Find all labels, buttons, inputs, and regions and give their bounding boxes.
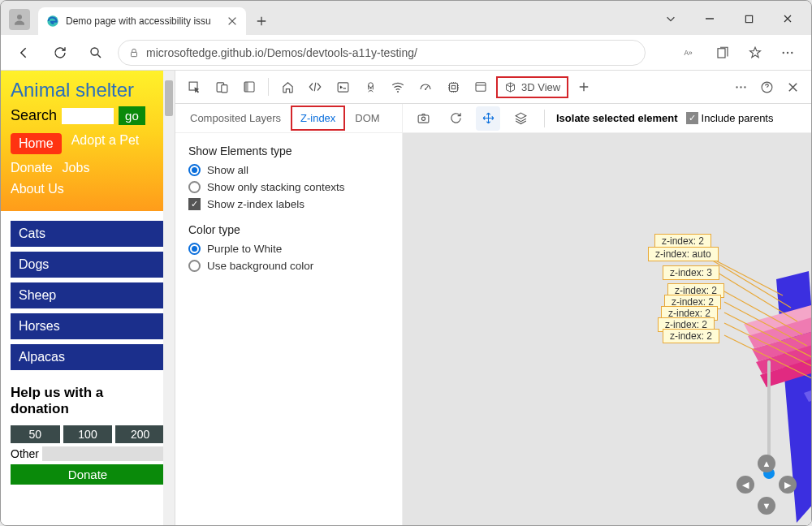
- nav-donate[interactable]: Donate: [11, 161, 53, 175]
- elements-icon[interactable]: [303, 75, 327, 99]
- go-button[interactable]: go: [119, 106, 145, 125]
- nav-right-button[interactable]: ▶: [779, 476, 797, 494]
- svg-rect-15: [338, 82, 348, 91]
- sources-icon[interactable]: [358, 75, 382, 99]
- devtools-sidebar: Composited Layers Z-index DOM Show Eleme…: [175, 104, 403, 526]
- device-icon[interactable]: [209, 75, 234, 99]
- more-button[interactable]: [774, 39, 801, 67]
- devtools-toolbar: 3D View: [175, 71, 811, 104]
- collections-button[interactable]: [709, 39, 736, 67]
- chevron-down-icon[interactable]: [654, 7, 688, 30]
- minimize-button[interactable]: [693, 7, 727, 30]
- tab-dom[interactable]: DOM: [347, 107, 387, 129]
- person-icon: [12, 12, 27, 27]
- category-item[interactable]: Sheep: [11, 282, 165, 308]
- page-hero: Animal shelter Search go Home Adopt a Pe…: [1, 71, 175, 211]
- svg-text:A»: A»: [685, 50, 693, 57]
- svg-rect-19: [449, 83, 457, 91]
- radio-use-bg[interactable]: [188, 260, 201, 272]
- tab-3d-view[interactable]: 3D View: [496, 76, 568, 98]
- memory-icon[interactable]: [441, 75, 465, 99]
- search-input[interactable]: [62, 108, 114, 124]
- devtools-panel: 3D View Composited Layers Z-index DOM Sh…: [175, 71, 811, 526]
- profile-avatar[interactable]: [9, 9, 30, 30]
- donate-button[interactable]: Donate: [11, 464, 165, 485]
- console-icon[interactable]: [330, 75, 355, 99]
- other-input[interactable]: [42, 446, 165, 461]
- network-icon[interactable]: [386, 75, 410, 99]
- search-button[interactable]: [82, 39, 110, 67]
- nav-home[interactable]: Home: [11, 133, 62, 154]
- main-nav: Home Adopt a Pet Donate Jobs About Us: [11, 133, 165, 196]
- help-icon[interactable]: [754, 75, 779, 99]
- category-item[interactable]: Cats: [11, 221, 165, 247]
- close-button[interactable]: [771, 7, 805, 30]
- viewport-toolbar: Isolate selected element ✓Include parent…: [403, 104, 811, 133]
- category-item[interactable]: Alpacas: [11, 344, 165, 370]
- amount-button[interactable]: 200: [115, 425, 165, 443]
- page-scrollbar[interactable]: [163, 71, 175, 526]
- svg-point-23: [740, 86, 741, 88]
- svg-point-17: [397, 91, 399, 93]
- reset-view-icon[interactable]: [443, 106, 468, 131]
- tab-z-index[interactable]: Z-index: [291, 106, 345, 131]
- read-aloud-button[interactable]: A»: [676, 39, 704, 67]
- screenshot-icon[interactable]: [411, 106, 435, 131]
- checkbox-show-labels[interactable]: ✓: [188, 198, 201, 210]
- radio-show-stacking[interactable]: [188, 181, 201, 193]
- new-tab-button[interactable]: [249, 9, 274, 33]
- welcome-icon[interactable]: [275, 75, 300, 99]
- page-title: Animal shelter: [11, 79, 165, 101]
- search-label: Search: [11, 107, 57, 124]
- svg-point-22: [736, 86, 737, 88]
- 3d-viewport[interactable]: z-index: 2 z-index: auto z-index: 3 z-in…: [403, 133, 811, 526]
- svg-rect-20: [451, 85, 455, 88]
- category-list: Cats Dogs Sheep Horses Alpacas: [1, 211, 175, 385]
- category-item[interactable]: Dogs: [11, 252, 165, 278]
- svg-rect-4: [132, 52, 137, 56]
- nav-jobs[interactable]: Jobs: [63, 161, 90, 175]
- application-icon[interactable]: [469, 75, 493, 99]
- svg-rect-12: [221, 84, 227, 92]
- pan-icon[interactable]: [476, 106, 500, 131]
- checkbox-include-parents[interactable]: ✓: [686, 112, 698, 124]
- inspect-icon[interactable]: [182, 75, 206, 99]
- devtools-viewport-pane: Isolate selected element ✓Include parent…: [403, 104, 811, 526]
- favorite-button[interactable]: [741, 39, 769, 67]
- layers-icon[interactable]: [508, 106, 533, 131]
- page-content: Animal shelter Search go Home Adopt a Pe…: [1, 71, 175, 526]
- window-controls: [654, 7, 805, 30]
- browser-tab[interactable]: Demo page with accessibility issu: [38, 7, 246, 35]
- cube-icon: [504, 81, 516, 93]
- url-box[interactable]: microsoftedge.github.io/Demos/devtools-a…: [118, 40, 646, 66]
- radio-show-all[interactable]: [188, 164, 201, 176]
- nav-about[interactable]: About Us: [11, 182, 64, 196]
- nav-adopt[interactable]: Adopt a Pet: [71, 133, 140, 154]
- nav-left-button[interactable]: ◀: [736, 476, 754, 494]
- more-tabs-button[interactable]: [572, 75, 596, 99]
- devtools-close-button[interactable]: [780, 75, 805, 99]
- donation-heading: Help us with a donation: [11, 385, 165, 417]
- devtools-more-button[interactable]: [728, 75, 753, 99]
- svg-point-3: [91, 48, 98, 55]
- svg-rect-6: [718, 48, 725, 57]
- devtools-subtabs: Composited Layers Z-index DOM: [175, 104, 402, 133]
- category-item[interactable]: Horses: [11, 313, 165, 339]
- z-index-panel: Show Elements type Show all Show only st…: [175, 133, 402, 288]
- amount-button[interactable]: 50: [11, 425, 60, 443]
- nav-down-button[interactable]: ▼: [758, 497, 775, 515]
- maximize-button[interactable]: [732, 7, 766, 30]
- performance-icon[interactable]: [413, 75, 438, 99]
- refresh-button[interactable]: [46, 39, 74, 67]
- close-icon[interactable]: [227, 15, 238, 27]
- dock-icon[interactable]: [237, 75, 261, 99]
- svg-point-24: [744, 86, 745, 88]
- tab-composited-layers[interactable]: Composited Layers: [182, 107, 289, 129]
- svg-point-8: [787, 51, 788, 53]
- back-button[interactable]: [11, 39, 38, 67]
- radio-purple-white[interactable]: [188, 243, 201, 255]
- nav-up-button[interactable]: ▲: [758, 455, 775, 472]
- color-type-heading: Color type: [188, 223, 389, 236]
- amount-button[interactable]: 100: [63, 425, 113, 443]
- svg-rect-26: [418, 115, 429, 123]
